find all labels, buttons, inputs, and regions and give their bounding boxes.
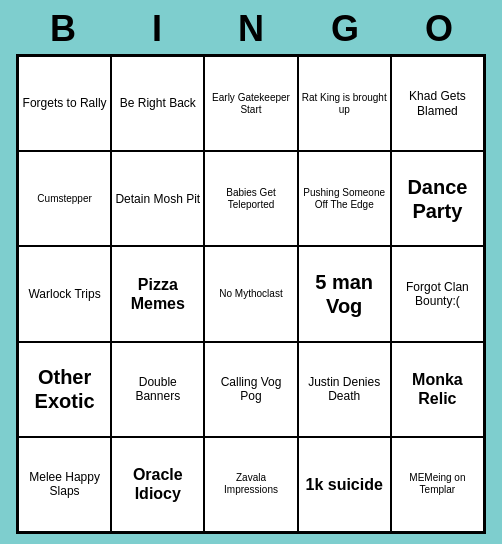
- cell-1: Be Right Back: [111, 56, 204, 151]
- cell-5: Cumstepper: [18, 151, 111, 246]
- cell-0: Forgets to Rally: [18, 56, 111, 151]
- cell-20: Melee Happy Slaps: [18, 437, 111, 532]
- cell-9: Dance Party: [391, 151, 484, 246]
- bingo-grid: Forgets to RallyBe Right BackEarly Gatek…: [16, 54, 486, 534]
- cell-22: Zavala Impressions: [204, 437, 297, 532]
- cell-3: Rat King is brought up: [298, 56, 391, 151]
- cell-21: Oracle Idiocy: [111, 437, 204, 532]
- cell-17: Calling Vog Pog: [204, 342, 297, 437]
- cell-10: Warlock Trips: [18, 246, 111, 341]
- cell-4: Khad Gets Blamed: [391, 56, 484, 151]
- cell-18: Justin Denies Death: [298, 342, 391, 437]
- cell-2: Early Gatekeeper Start: [204, 56, 297, 151]
- cell-16: Double Banners: [111, 342, 204, 437]
- cell-19: Monka Relic: [391, 342, 484, 437]
- title-o: O: [414, 8, 464, 50]
- cell-23: 1k suicide: [298, 437, 391, 532]
- cell-11: Pizza Memes: [111, 246, 204, 341]
- bingo-title: B I N G O: [16, 0, 486, 54]
- cell-6: Detain Mosh Pit: [111, 151, 204, 246]
- cell-14: Forgot Clan Bounty:(: [391, 246, 484, 341]
- cell-13: 5 man Vog: [298, 246, 391, 341]
- title-b: B: [38, 8, 88, 50]
- cell-12: No Mythoclast: [204, 246, 297, 341]
- title-i: I: [132, 8, 182, 50]
- cell-15: Other Exotic: [18, 342, 111, 437]
- cell-8: Pushing Someone Off The Edge: [298, 151, 391, 246]
- cell-24: MEMeing on Templar: [391, 437, 484, 532]
- cell-7: Babies Get Teleported: [204, 151, 297, 246]
- title-g: G: [320, 8, 370, 50]
- title-n: N: [226, 8, 276, 50]
